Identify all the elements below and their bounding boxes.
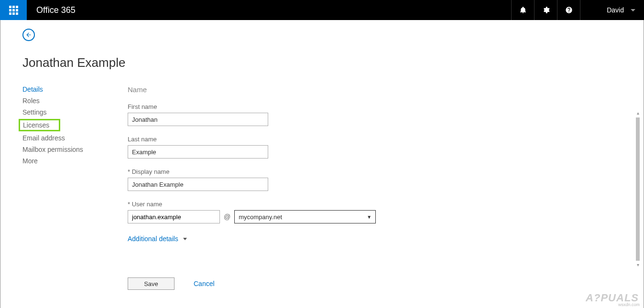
caret-down-icon — [183, 238, 187, 240]
additional-details-toggle[interactable]: Additional details — [128, 235, 187, 243]
watermark-sub: wsxdn.com — [618, 302, 640, 307]
title-last-name: Example — [77, 55, 125, 70]
topbar-actions: David — [511, 0, 644, 20]
user-menu[interactable]: David — [580, 0, 644, 20]
help-button[interactable] — [557, 0, 580, 20]
section-heading-name: Name — [128, 85, 615, 94]
save-button[interactable]: Save — [128, 277, 175, 290]
sidenav-item-settings[interactable]: Settings — [22, 106, 128, 118]
sidenav-item-more[interactable]: More — [22, 155, 128, 167]
sidenav-item-licenses[interactable]: Licenses — [23, 121, 49, 129]
chevron-down-icon — [631, 9, 635, 11]
question-icon — [565, 6, 573, 14]
user-name-input[interactable] — [128, 210, 220, 223]
watermark: A?PUALS — [586, 292, 639, 304]
sidenav-item-roles[interactable]: Roles — [22, 95, 128, 106]
top-bar: Office 365 David — [0, 0, 644, 20]
domain-select[interactable]: mycompany.net ▼ — [234, 210, 376, 223]
first-name-input[interactable] — [128, 113, 268, 126]
at-symbol: @ — [224, 213, 230, 221]
side-navigation: Details Roles Settings Licenses Email ad… — [22, 84, 128, 284]
settings-button[interactable] — [534, 0, 557, 20]
additional-details-label: Additional details — [128, 235, 178, 243]
form-actions: Save Cancel — [128, 277, 215, 290]
chevron-down-icon: ▼ — [367, 214, 371, 220]
domain-select-value: mycompany.net — [239, 213, 282, 221]
cancel-link[interactable]: Cancel — [194, 280, 215, 287]
display-name-input[interactable] — [128, 178, 268, 191]
gear-icon — [542, 6, 550, 14]
brand-title: Office 365 — [27, 5, 511, 15]
sidenav-item-email-address[interactable]: Email address — [22, 132, 128, 144]
content-frame: Jonathan Example Details Roles Settings … — [0, 20, 644, 308]
scroll-down-arrow[interactable]: ▾ — [635, 263, 641, 267]
display-name-label: * Display name — [128, 168, 615, 175]
user-name-label: * User name — [128, 201, 615, 208]
scroll-up-arrow[interactable]: ▴ — [635, 111, 641, 116]
scroll-thumb[interactable] — [636, 117, 640, 261]
last-name-label: Last name — [128, 136, 615, 143]
waffle-icon — [9, 6, 18, 15]
title-first-name: Jonathan — [22, 55, 74, 70]
back-button[interactable] — [22, 29, 35, 41]
user-name-label: David — [607, 6, 624, 14]
first-name-label: First name — [128, 103, 615, 110]
page-title: Jonathan Example — [22, 55, 634, 70]
last-name-input[interactable] — [128, 145, 268, 159]
notifications-button[interactable] — [511, 0, 534, 20]
highlight-box: Licenses — [19, 119, 60, 131]
app-launcher-button[interactable] — [0, 0, 27, 20]
scrollbar[interactable]: ▴ ▾ — [635, 111, 641, 283]
bell-icon — [519, 6, 527, 14]
form-area: Name First name Last name * Display name… — [128, 84, 634, 284]
sidenav-item-mailbox-permissions[interactable]: Mailbox permissions — [22, 144, 128, 155]
sidenav-item-details[interactable]: Details — [22, 84, 128, 95]
arrow-left-icon — [25, 32, 32, 38]
